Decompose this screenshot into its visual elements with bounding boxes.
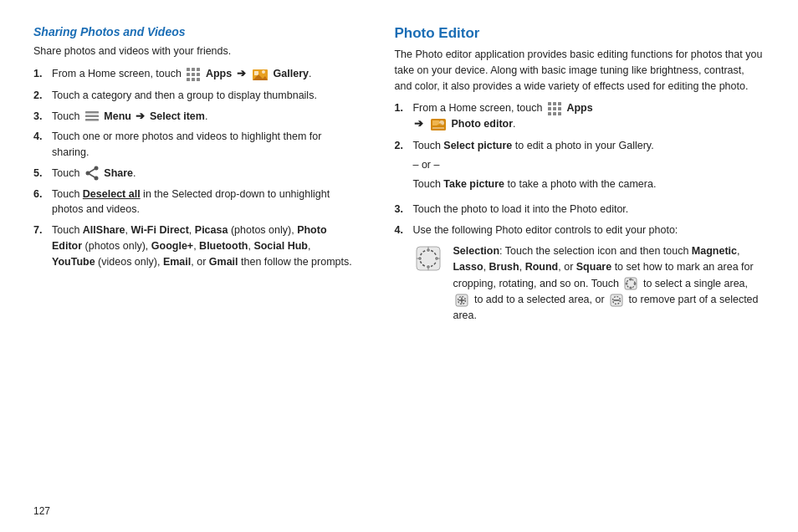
step-1-content: From a Home screen, touch — [52, 66, 352, 83]
gallery-icon — [252, 66, 269, 83]
photo-editor-icon — [430, 116, 447, 133]
right-step-4-content: Use the following Photo editor controls … — [412, 223, 678, 238]
right-section-title: Photo Editor — [394, 25, 765, 42]
svg-rect-27 — [548, 112, 551, 115]
step-2-content: Touch a category and then a group to dis… — [52, 88, 352, 104]
step-4-content: Touch one or more photos and videos to h… — [52, 129, 352, 161]
svg-rect-6 — [187, 78, 190, 81]
right-step-1-content: From a Home screen, touch — [412, 100, 765, 133]
step-6: 6. Touch Deselect all in the Selected dr… — [33, 187, 352, 218]
svg-rect-0 — [187, 68, 190, 71]
svg-rect-28 — [553, 112, 556, 115]
svg-rect-14 — [85, 115, 99, 118]
svg-point-48 — [634, 283, 637, 285]
svg-rect-5 — [197, 73, 200, 76]
step-4-num: 4. — [33, 129, 52, 145]
step-2: 2. Touch a category and then a group to … — [33, 88, 352, 104]
gallery-label: Gallery — [274, 68, 309, 79]
share-label: Share — [104, 167, 133, 179]
svg-rect-2 — [197, 68, 200, 71]
remove-area-icon — [609, 293, 624, 308]
step-3-content: Touch Menu ➔ Select item. — [52, 109, 352, 125]
right-step-2: 2. Touch Select picture to edit a photo … — [394, 138, 765, 197]
left-section-title: Sharing Photos and Videos — [33, 25, 352, 38]
svg-rect-15 — [85, 119, 99, 121]
right-step-3: 3. Touch the photo to load it into the P… — [394, 202, 765, 217]
right-step-4: 4. Use the following Photo editor contro… — [394, 223, 765, 325]
step-5-num: 5. — [33, 166, 52, 182]
deselect-all-label: Deselect all — [83, 188, 141, 200]
step-2-num: 2. — [33, 88, 52, 104]
page-number: 127 — [33, 505, 50, 517]
or-separator: – or – — [412, 157, 439, 173]
menu-label: Menu — [104, 110, 131, 122]
svg-rect-22 — [553, 102, 556, 105]
svg-rect-4 — [192, 73, 195, 76]
svg-rect-24 — [548, 107, 551, 110]
right-step-3-num: 3. — [394, 202, 412, 217]
select-picture-label: Select picture — [443, 140, 512, 151]
svg-point-47 — [630, 279, 632, 281]
svg-rect-21 — [548, 102, 551, 105]
svg-rect-1 — [192, 68, 195, 71]
right-intro: The Photo editor application provides ba… — [394, 47, 765, 94]
right-column: Photo Editor The Photo editor applicatio… — [377, 25, 765, 515]
touch-take-content: Touch Take picture to take a photo with … — [412, 176, 656, 192]
svg-rect-26 — [558, 107, 561, 110]
left-intro: Share photos and videos with your friend… — [33, 43, 352, 59]
svg-rect-8 — [197, 78, 200, 81]
svg-rect-10 — [254, 71, 258, 75]
apps-icon — [186, 67, 201, 82]
step-3-num: 3. — [33, 109, 52, 125]
selection-description: Selection: Touch the selection icon and … — [453, 243, 765, 325]
right-step-2-num: 2. — [394, 138, 412, 154]
svg-rect-29 — [558, 112, 561, 115]
right-step-4-num: 4. — [394, 223, 412, 238]
svg-point-50 — [626, 283, 628, 285]
step-4: 4. Touch one or more photos and videos t… — [33, 129, 352, 161]
svg-rect-3 — [187, 73, 190, 76]
svg-rect-23 — [558, 102, 561, 105]
svg-line-19 — [88, 168, 96, 173]
selection-icon-container — [412, 245, 444, 272]
svg-rect-7 — [192, 78, 195, 81]
right-step-1: 1. From a Home screen, touch — [394, 100, 765, 133]
step-7: 7. Touch AllShare, Wi-Fi Direct, Picasa … — [33, 223, 352, 269]
right-photo-editor-label: Photo editor — [451, 118, 513, 130]
svg-rect-13 — [85, 111, 99, 114]
svg-line-20 — [88, 173, 96, 178]
apps-label: Apps — [206, 68, 232, 79]
step-5-content: Touch Share. — [52, 166, 352, 182]
right-apps-label: Apps — [566, 102, 592, 114]
right-step-1-num: 1. — [394, 100, 412, 116]
step-6-num: 6. — [33, 187, 52, 202]
right-steps: 1. From a Home screen, touch — [394, 100, 765, 324]
step-7-content: Touch AllShare, Wi-Fi Direct, Picasa (ph… — [52, 223, 352, 269]
selection-tool-icon — [415, 245, 442, 272]
step-6-content: Touch Deselect all in the Selected drop-… — [52, 187, 352, 218]
left-steps: 1. From a Home screen, touch — [33, 66, 352, 270]
right-step-2-content: Touch Select picture to edit a photo in … — [412, 138, 653, 154]
step-3: 3. Touch Menu ➔ Select item. — [33, 109, 352, 125]
share-icon — [84, 166, 100, 181]
step-1-num: 1. — [33, 66, 52, 82]
svg-point-49 — [630, 287, 632, 289]
svg-rect-25 — [553, 107, 556, 110]
svg-point-12 — [262, 70, 265, 74]
add-area-icon — [454, 293, 469, 308]
left-column: Sharing Photos and Videos Share photos a… — [33, 25, 377, 515]
select-single-icon — [623, 276, 638, 291]
right-step-3-content: Touch the photo to load it into the Phot… — [412, 202, 765, 217]
step-1: 1. From a Home screen, touch — [33, 66, 352, 83]
step-7-num: 7. — [33, 223, 52, 238]
step-5: 5. Touch Share. — [33, 166, 352, 182]
right-apps-icon — [547, 101, 562, 116]
select-item-label: Select item — [150, 110, 205, 122]
svg-rect-32 — [432, 127, 444, 129]
menu-icon — [84, 110, 100, 123]
